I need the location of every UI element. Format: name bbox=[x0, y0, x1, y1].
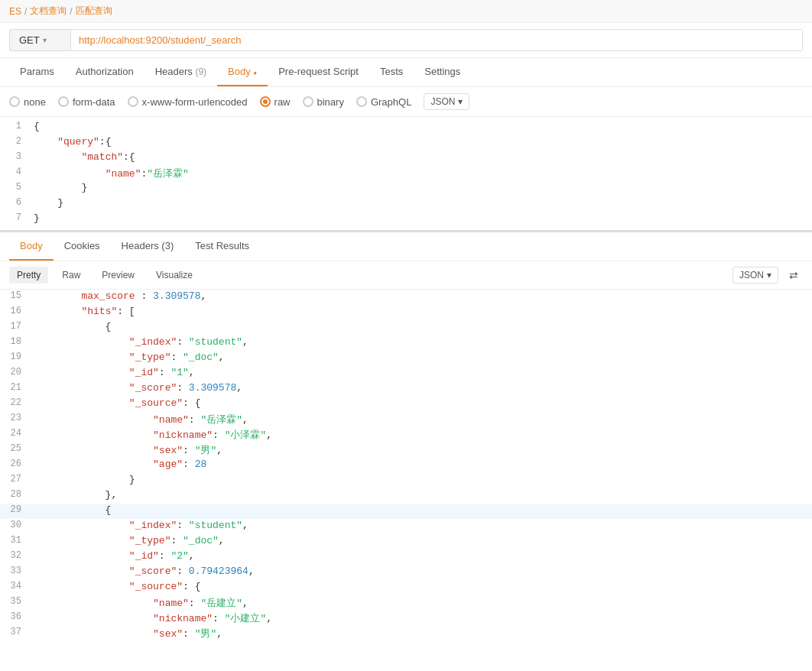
resp-line-17: 17 { bbox=[0, 320, 812, 336]
radio-none bbox=[9, 96, 20, 107]
resp-line-31: 31 "_type": "_doc", bbox=[0, 534, 812, 549]
resp-line-27: 27 } bbox=[0, 473, 812, 488]
resp-line-20: 20 "_id": "1", bbox=[0, 366, 812, 381]
breadcrumb-sep2: / bbox=[70, 6, 72, 17]
breadcrumb-sep1: / bbox=[24, 6, 27, 17]
resp-line-30: 30 "_index": "student", bbox=[0, 519, 812, 534]
radio-form-data bbox=[58, 96, 69, 107]
resp-line-21: 21 "_score": 3.309578, bbox=[0, 381, 812, 397]
view-raw-button[interactable]: Raw bbox=[54, 267, 88, 284]
resp-tab-body[interactable]: Body bbox=[9, 232, 54, 261]
method-dropdown[interactable]: GET ▾ bbox=[9, 29, 70, 51]
chevron-down-icon: ▾ bbox=[43, 36, 47, 44]
tab-settings[interactable]: Settings bbox=[414, 58, 471, 86]
request-code-editor[interactable]: 1 { 2 "query":{ 3 "match":{ 4 "name":"岳泽… bbox=[0, 117, 812, 232]
option-raw[interactable]: raw bbox=[260, 96, 291, 108]
option-form-data[interactable]: form-data bbox=[58, 96, 115, 108]
resp-tab-cookies[interactable]: Cookies bbox=[54, 232, 111, 261]
response-format-dropdown[interactable]: JSON ▾ bbox=[732, 267, 778, 284]
option-graphql[interactable]: GraphQL bbox=[356, 96, 411, 108]
breadcrumb-match[interactable]: 匹配查询 bbox=[76, 5, 112, 18]
option-none[interactable]: none bbox=[9, 96, 46, 108]
body-options: none form-data x-www-form-urlencoded raw… bbox=[0, 87, 812, 117]
code-line-6: 6 } bbox=[0, 196, 812, 212]
tab-authorization[interactable]: Authorization bbox=[65, 58, 145, 86]
code-line-3: 3 "match":{ bbox=[0, 151, 812, 166]
option-binary[interactable]: binary bbox=[303, 96, 344, 108]
tab-headers[interactable]: Headers (9) bbox=[145, 58, 217, 86]
tab-pre-request[interactable]: Pre-request Script bbox=[268, 58, 369, 86]
resp-tab-headers[interactable]: Headers (3) bbox=[111, 232, 185, 261]
response-section: Body Cookies Headers (3) Test Results Pr… bbox=[0, 232, 812, 641]
resp-line-35: 35 "name": "岳建立", bbox=[0, 595, 812, 611]
view-visualize-button[interactable]: Visualize bbox=[148, 267, 200, 284]
tab-body[interactable]: Body ● bbox=[217, 58, 268, 86]
resp-line-18: 18 "_index": "student", bbox=[0, 336, 812, 351]
radio-binary bbox=[303, 96, 313, 107]
request-tabs: Params Authorization Headers (9) Body ● … bbox=[0, 58, 812, 87]
resp-line-22: 22 "_source": { bbox=[0, 397, 812, 412]
view-preview-button[interactable]: Preview bbox=[94, 267, 142, 284]
resp-line-36: 36 "nickname": "小建立", bbox=[0, 611, 812, 626]
tab-params[interactable]: Params bbox=[9, 58, 65, 86]
radio-raw bbox=[260, 96, 271, 107]
code-line-4: 4 "name":"岳泽霖" bbox=[0, 166, 812, 181]
tab-tests[interactable]: Tests bbox=[369, 58, 414, 86]
resp-line-19: 19 "_type": "_doc", bbox=[0, 351, 812, 366]
resp-tab-test-results[interactable]: Test Results bbox=[184, 232, 260, 261]
code-line-2: 2 "query":{ bbox=[0, 135, 812, 151]
option-urlencoded[interactable]: x-www-form-urlencoded bbox=[128, 96, 248, 108]
resp-line-23: 23 "name": "岳泽霖", bbox=[0, 412, 812, 427]
resp-line-32: 32 "_id": "2", bbox=[0, 549, 812, 565]
code-line-1: 1 { bbox=[0, 120, 812, 135]
breadcrumb-es[interactable]: ES bbox=[9, 6, 21, 17]
resp-line-34: 34 "_source": { bbox=[0, 580, 812, 595]
response-format-label: JSON bbox=[739, 270, 764, 280]
resp-line-26: 26 "age": 28 bbox=[0, 458, 812, 473]
view-pretty-button[interactable]: Pretty bbox=[9, 267, 48, 284]
code-line-7: 7 } bbox=[0, 212, 812, 227]
radio-graphql bbox=[356, 96, 367, 107]
radio-urlencoded bbox=[128, 96, 138, 107]
response-tabs: Body Cookies Headers (3) Test Results bbox=[0, 232, 812, 261]
json-format-label: JSON bbox=[430, 96, 455, 107]
resp-line-33: 33 "_score": 0.79423964, bbox=[0, 565, 812, 580]
resp-line-16: 16 "hits": [ bbox=[0, 305, 812, 320]
breadcrumb-doc[interactable]: 文档查询 bbox=[30, 5, 67, 18]
chevron-down-icon: ▾ bbox=[767, 270, 771, 280]
response-body[interactable]: 15 max_score : 3.309578, 16 "hits": [ 17… bbox=[0, 290, 812, 641]
response-toolbar: Pretty Raw Preview Visualize JSON ▾ ⇄ bbox=[0, 261, 812, 290]
method-label: GET bbox=[19, 34, 40, 46]
resp-line-24: 24 "nickname": "小泽霖", bbox=[0, 427, 812, 442]
resp-line-15: 15 max_score : 3.309578, bbox=[0, 290, 812, 305]
resp-line-28: 28 }, bbox=[0, 488, 812, 504]
wrap-lines-button[interactable]: ⇄ bbox=[784, 266, 803, 284]
breadcrumb: ES / 文档查询 / 匹配查询 bbox=[0, 0, 812, 23]
chevron-down-icon: ▾ bbox=[458, 96, 463, 107]
url-bar: GET ▾ bbox=[0, 23, 812, 58]
url-input[interactable] bbox=[70, 29, 803, 51]
code-line-5: 5 } bbox=[0, 181, 812, 196]
resp-line-25: 25 "sex": "男", bbox=[0, 442, 812, 458]
resp-line-29: 29 { bbox=[0, 504, 812, 519]
json-format-dropdown[interactable]: JSON ▾ bbox=[424, 93, 469, 110]
resp-line-37: 37 "sex": "男", bbox=[0, 626, 812, 641]
